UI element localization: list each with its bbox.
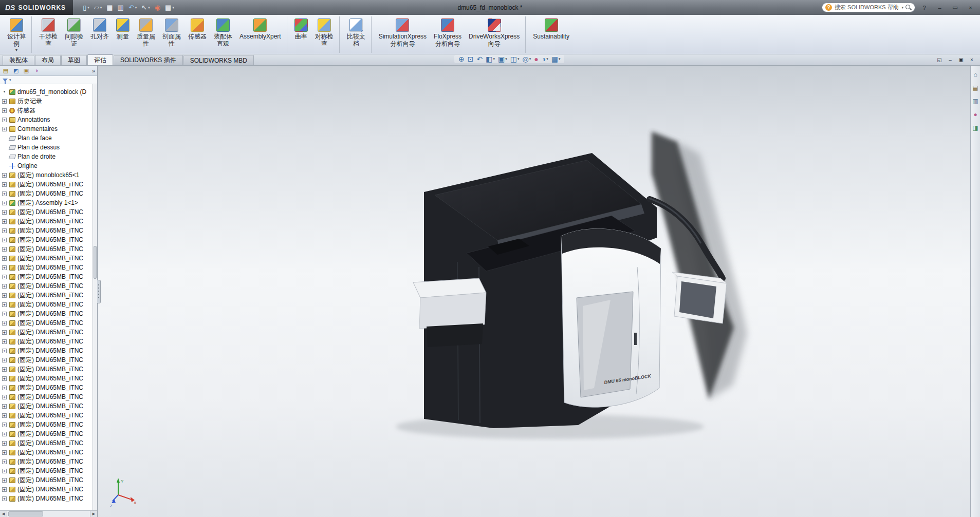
simulationxpress-wizard-button[interactable]: SimulationXpress 分析向导 — [376, 16, 430, 53]
viewport-3d[interactable]: DMU 65 monoBLOCK Y X Z — [98, 66, 970, 517]
expander-icon[interactable] — [2, 247, 7, 252]
viewport-layout-button[interactable]: ◱ — [935, 55, 944, 64]
tree-item[interactable]: (固定) DMU65MB_iTNC — [0, 392, 97, 401]
side-tray-front[interactable] — [419, 293, 486, 329]
print-button[interactable]: ▥ — [116, 4, 125, 11]
tree-item[interactable]: (固定) DMU65MB_iTNC — [0, 300, 97, 309]
scroll-left-button[interactable]: ◀ — [0, 511, 7, 517]
tree-item[interactable]: (固定) DMU65MB_iTNC — [0, 263, 97, 272]
pendant-screen[interactable] — [679, 281, 716, 318]
rebuild-button[interactable]: ◉ — [153, 4, 162, 11]
clearance-verify-button[interactable]: 间隙验 证 — [62, 16, 86, 53]
chevron-down-icon[interactable]: ▾ — [135, 6, 137, 10]
chevron-down-icon[interactable]: ▾ — [505, 57, 507, 61]
expander-icon[interactable] — [2, 99, 7, 104]
tab-sketch[interactable]: 草图 — [61, 55, 87, 65]
search-icon[interactable] — [905, 4, 912, 11]
tree-item[interactable]: Commentaires — [0, 124, 97, 133]
help-search-box[interactable]: ? 搜索 SOLIDWORKS 帮助 ▾ — [822, 3, 915, 12]
chevron-down-icon[interactable]: ▾ — [517, 57, 520, 61]
expander-icon[interactable] — [2, 155, 7, 159]
tab-assembly[interactable]: 装配体 — [3, 55, 34, 65]
tree-item[interactable]: (固定) DMU65MB_iTNC — [0, 365, 97, 374]
search-input[interactable]: 搜索 SOLIDWORKS 帮助 — [835, 4, 900, 11]
expander-icon[interactable] — [2, 395, 7, 399]
curvature-button[interactable]: 曲率 — [291, 16, 311, 53]
zoom-area-button[interactable]: ⊡ — [467, 55, 474, 63]
tree-item[interactable]: (固定) DMU65MB_iTNC — [0, 226, 97, 235]
expander-icon[interactable] — [2, 413, 7, 418]
expander-icon[interactable] — [2, 145, 7, 150]
tree-item[interactable]: (固定) DMU65MB_iTNC — [0, 180, 97, 189]
tree-item[interactable]: (固定) DMU65MB_iTNC — [0, 420, 97, 429]
expander-icon[interactable] — [2, 450, 7, 455]
tree-item[interactable]: (固定) DMU65MB_iTNC — [0, 235, 97, 244]
tree-horizontal-scrollbar[interactable]: ◀ ▶ — [0, 510, 97, 517]
tree-item[interactable]: Origine — [0, 161, 97, 170]
expander-icon[interactable] — [2, 127, 7, 131]
tree-item[interactable]: (固定) DMU65MB_iTNC — [0, 281, 97, 291]
tree-item[interactable]: (固定) DMU65MB_iTNC — [0, 429, 97, 438]
expander-icon[interactable] — [2, 164, 7, 168]
tree-item[interactable]: (固定) DMU65MB_iTNC — [0, 485, 97, 494]
scrollbar-track[interactable] — [7, 511, 90, 517]
door-handle[interactable] — [634, 333, 637, 345]
expander-icon[interactable] — [2, 339, 7, 344]
expander-icon[interactable] — [2, 118, 7, 122]
expander-icon[interactable] — [2, 219, 7, 224]
expander-icon[interactable] — [2, 275, 7, 279]
tree-item[interactable]: (固定) DMU65MB_iTNC — [0, 272, 97, 281]
compare-documents-button[interactable]: 比较文 档 — [344, 16, 372, 53]
tab-solidworks-addins[interactable]: SOLIDWORKS 插件 — [114, 55, 183, 65]
design-study-button[interactable]: 设计算 例 ▼ — [4, 16, 32, 53]
tree-item[interactable]: (固定) DMU65MB_iTNC — [0, 244, 97, 254]
save-button[interactable]: ▦ — [105, 4, 114, 11]
chevron-down-icon[interactable]: ▾ — [493, 57, 495, 61]
expander-icon[interactable] — [2, 330, 7, 335]
panel-splitter-handle[interactable] — [97, 280, 101, 303]
chevron-down-icon[interactable]: ▾ — [87, 6, 89, 10]
expander-icon[interactable] — [2, 321, 7, 325]
tree-item[interactable]: (固定) DMU65MB_iTNC — [0, 438, 97, 448]
symmetry-check-button[interactable]: 对称检 查 — [312, 16, 340, 53]
expander-icon[interactable] — [2, 312, 7, 316]
tray-pedestal[interactable] — [427, 323, 483, 347]
filter-icon[interactable] — [3, 79, 8, 82]
expander-icon[interactable] — [2, 136, 7, 141]
resources-tab-button[interactable]: ⌂ — [971, 70, 980, 79]
new-file-button[interactable]: ▯▾ — [81, 4, 91, 11]
expander-icon[interactable] — [2, 173, 7, 178]
expander-icon[interactable] — [2, 367, 7, 372]
expander-icon[interactable] — [2, 423, 7, 427]
tree-item[interactable]: (固定) DMU65MB_iTNC — [0, 475, 97, 485]
expander-icon[interactable] — [2, 478, 7, 483]
tree-item[interactable]: (固定) DMU65MB_iTNC — [0, 254, 97, 263]
tree-item[interactable]: (固定) DMU65MB_iTNC — [0, 318, 97, 328]
view-orientation-button[interactable]: ▣ ▾ — [497, 55, 508, 63]
chevron-down-icon[interactable]: ▾ — [172, 6, 174, 10]
tree-item[interactable]: (固定) DMU65MB_iTNC — [0, 466, 97, 475]
tree-item[interactable]: (固定) DMU65MB_iTNC — [0, 383, 97, 392]
view-settings-button[interactable]: ▦ ▾ — [551, 55, 561, 63]
tree-root-item[interactable]: dmu65_fd_monoblock (D — [0, 87, 97, 97]
tree-item[interactable]: (固定) DMU65MB_iTNC — [0, 448, 97, 457]
tree-item[interactable]: (固定) DMU65MB_iTNC — [0, 355, 97, 365]
expander-icon[interactable] — [2, 210, 7, 215]
previous-view-button[interactable]: ↶ — [476, 55, 483, 63]
interference-check-button[interactable]: 干涉检 查 — [36, 16, 61, 53]
doc-minimize-button[interactable]: – — [946, 55, 954, 64]
expander-icon[interactable] — [2, 496, 7, 501]
search-scope-caret-icon[interactable]: ▾ — [901, 6, 903, 10]
measure-button[interactable]: 测量 — [113, 16, 133, 53]
expander-icon[interactable] — [2, 358, 7, 362]
section-properties-button[interactable]: 剖面属 性 — [159, 16, 184, 53]
expander-icon[interactable] — [2, 293, 7, 298]
expander-icon[interactable] — [2, 441, 7, 446]
minimize-button[interactable]: – — [933, 3, 946, 12]
appearances-tab-button[interactable]: ● — [971, 110, 980, 119]
expander-icon[interactable] — [2, 302, 7, 307]
close-button[interactable]: × — [964, 3, 977, 12]
expander-icon[interactable] — [2, 284, 7, 289]
select-button[interactable]: ↖▾ — [140, 4, 151, 11]
doc-close-button[interactable]: × — [968, 55, 976, 64]
